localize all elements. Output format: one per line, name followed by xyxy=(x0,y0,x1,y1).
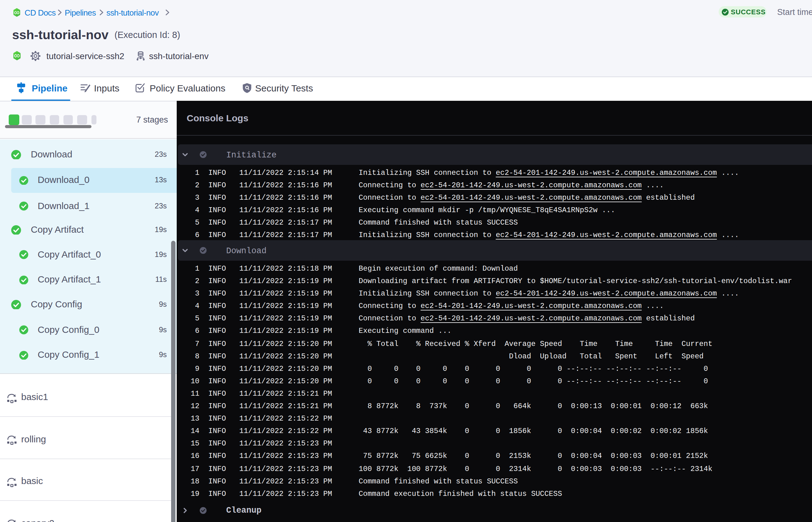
svg-text:∞: ∞ xyxy=(14,8,20,16)
svg-text:∞: ∞ xyxy=(14,51,20,60)
